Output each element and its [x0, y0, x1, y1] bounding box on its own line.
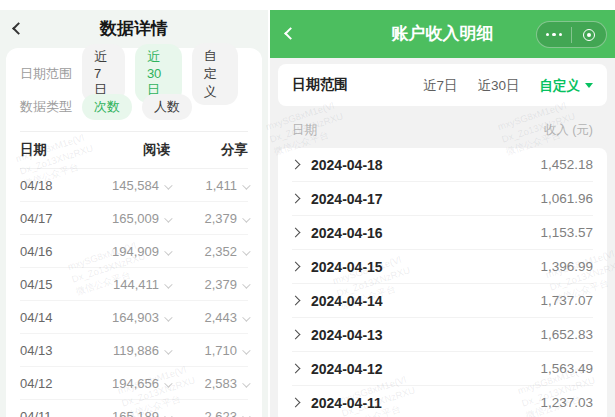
row-date: 04/12 — [20, 376, 80, 391]
income-table-body: 2024-04-181,452.182024-04-171,061.962024… — [278, 148, 607, 417]
date-range-options: 近7日近30日自定义 — [403, 76, 593, 95]
chevron-down-icon — [242, 247, 250, 255]
income-amount: 1,237.03 — [540, 395, 593, 410]
table-row: 04/12194,6562,583 — [20, 367, 248, 400]
table-row: 04/13119,8861,710 — [20, 334, 248, 367]
income-date: 2024-04-17 — [311, 191, 540, 207]
row-share-value[interactable]: 2,443 — [170, 310, 248, 325]
chevron-down-icon — [242, 346, 250, 354]
row-read-value[interactable]: 194,909 — [80, 244, 170, 259]
chevron-down-icon — [242, 214, 250, 222]
account-income-screen: 账户收入明细 日期范围 近7日近30日自定义 日期 收入 (元) 2024-04… — [270, 10, 615, 417]
chevron-left-icon — [284, 27, 297, 40]
row-share-value[interactable]: 2,379 — [170, 211, 248, 226]
chevron-down-icon — [242, 379, 250, 387]
row-read-value[interactable]: 119,886 — [80, 343, 170, 358]
income-amount: 1,563.49 — [540, 361, 593, 376]
income-date: 2024-04-18 — [311, 157, 540, 173]
row-share-value[interactable]: 2,583 — [170, 376, 248, 391]
row-share-value[interactable]: 2,379 — [170, 277, 248, 292]
chevron-right-icon — [291, 160, 301, 170]
income-date: 2024-04-16 — [311, 225, 540, 241]
income-row[interactable]: 2024-04-161,153.57 — [292, 216, 593, 250]
income-row[interactable]: 2024-04-141,737.07 — [292, 284, 593, 318]
row-date: 04/17 — [20, 211, 80, 226]
row-read-value[interactable]: 194,656 — [80, 376, 170, 391]
date-range-option[interactable]: 近7日 — [423, 77, 458, 95]
chevron-left-icon — [12, 22, 25, 35]
target-icon — [583, 29, 595, 41]
row-share-value[interactable]: 2,352 — [170, 244, 248, 259]
income-row[interactable]: 2024-04-131,652.83 — [292, 318, 593, 352]
filter-chip[interactable]: 自定义 — [192, 43, 238, 105]
income-amount: 1,396.99 — [540, 259, 593, 274]
table-row: 04/16194,9092,352 — [20, 235, 248, 268]
chevron-right-icon — [291, 228, 301, 238]
income-row[interactable]: 2024-04-151,396.99 — [292, 250, 593, 284]
row-read-value[interactable]: 165,189 — [80, 409, 170, 417]
date-range-option[interactable]: 近30日 — [477, 77, 519, 95]
row-read-value[interactable]: 144,411 — [80, 277, 170, 292]
income-amount: 1,153.57 — [540, 225, 593, 240]
income-amount: 1,061.96 — [540, 191, 593, 206]
col-header-share: 分享 — [184, 141, 248, 159]
row-date: 04/15 — [20, 277, 80, 292]
row-date: 04/11 — [20, 409, 80, 417]
income-row[interactable]: 2024-04-111,237.03 — [292, 386, 593, 417]
row-share-value[interactable]: 1,411 — [170, 178, 248, 193]
row-share-value[interactable]: 1,710 — [170, 343, 248, 358]
chevron-down-icon — [242, 181, 250, 189]
income-date: 2024-04-11 — [311, 395, 540, 411]
date-range-label: 日期范围 — [292, 76, 403, 94]
filter-label: 数据类型 — [20, 98, 82, 116]
chevron-down-icon — [242, 412, 250, 417]
chevron-right-icon — [291, 296, 301, 306]
left-header: 数据详情 — [0, 10, 268, 48]
close-target-button[interactable] — [572, 22, 606, 47]
date-range-option[interactable]: 自定义 — [540, 77, 594, 95]
table-row: 04/17165,0092,379 — [20, 202, 248, 235]
col-header-income: 收入 (元) — [544, 122, 593, 139]
row-date: 04/16 — [20, 244, 80, 259]
table-row: 04/18145,5841,411 — [20, 169, 248, 202]
income-date: 2024-04-13 — [311, 327, 540, 343]
filter-row: 日期范围近7日近30日自定义 — [20, 57, 248, 90]
more-dots-icon — [546, 33, 563, 37]
col-header-date: 日期 — [292, 122, 317, 139]
chevron-right-icon — [291, 398, 301, 408]
income-date: 2024-04-15 — [311, 259, 540, 275]
back-button[interactable] — [10, 20, 28, 38]
row-read-value[interactable]: 165,009 — [80, 211, 170, 226]
table-row: 04/11165,1892,623 — [20, 400, 248, 417]
table-row: 04/14164,9032,443 — [20, 301, 248, 334]
caret-down-icon — [585, 83, 593, 88]
filter-label: 日期范围 — [20, 65, 82, 83]
table-body: 04/18145,5841,41104/17165,0092,37904/161… — [20, 169, 248, 417]
screenshot-root: 数据详情 日期范围近7日近30日自定义数据类型次数人数 日期 阅读 分享 04/… — [0, 0, 615, 417]
income-date: 2024-04-12 — [311, 361, 540, 377]
row-share-value[interactable]: 2,623 — [170, 409, 248, 417]
filter-chip[interactable]: 次数 — [82, 94, 132, 120]
data-detail-screen: 数据详情 日期范围近7日近30日自定义数据类型次数人数 日期 阅读 分享 04/… — [0, 10, 268, 417]
row-date: 04/18 — [20, 178, 80, 193]
chevron-right-icon — [291, 262, 301, 272]
filter-chip[interactable]: 人数 — [142, 94, 192, 120]
back-button[interactable] — [282, 25, 300, 43]
row-date: 04/13 — [20, 343, 80, 358]
col-header-read: 阅读 — [80, 141, 184, 159]
row-date: 04/14 — [20, 310, 80, 325]
income-table-header: 日期 收入 (元) — [278, 112, 607, 148]
income-row[interactable]: 2024-04-171,061.96 — [292, 182, 593, 216]
income-row[interactable]: 2024-04-181,452.18 — [292, 148, 593, 182]
date-range-card: 日期范围 近7日近30日自定义 — [278, 64, 607, 106]
data-card: 日期范围近7日近30日自定义数据类型次数人数 日期 阅读 分享 04/18145… — [6, 48, 262, 417]
income-amount: 1,452.18 — [540, 157, 593, 172]
chevron-right-icon — [291, 194, 301, 204]
income-row[interactable]: 2024-04-121,563.49 — [292, 352, 593, 386]
row-read-value[interactable]: 145,584 — [80, 178, 170, 193]
chevron-right-icon — [291, 364, 301, 374]
chevron-right-icon — [291, 330, 301, 340]
filters-section: 日期范围近7日近30日自定义数据类型次数人数 — [20, 48, 248, 132]
more-button[interactable] — [537, 22, 571, 47]
row-read-value[interactable]: 164,903 — [80, 310, 170, 325]
